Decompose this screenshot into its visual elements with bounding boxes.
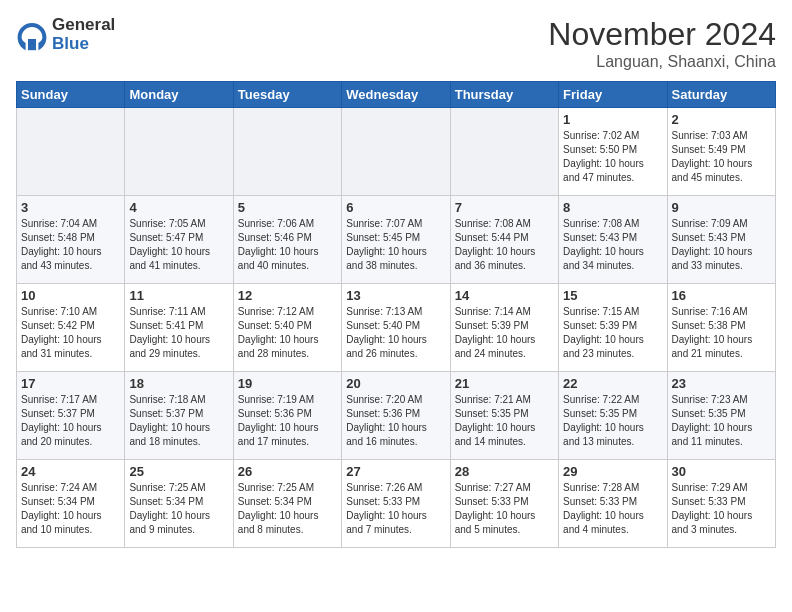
day-number: 18 <box>129 376 228 391</box>
day-number: 1 <box>563 112 662 127</box>
calendar-cell: 7Sunrise: 7:08 AM Sunset: 5:44 PM Daylig… <box>450 196 558 284</box>
day-info: Sunrise: 7:27 AM Sunset: 5:33 PM Dayligh… <box>455 481 554 537</box>
logo-general-text: General <box>52 16 115 35</box>
day-info: Sunrise: 7:10 AM Sunset: 5:42 PM Dayligh… <box>21 305 120 361</box>
day-info: Sunrise: 7:25 AM Sunset: 5:34 PM Dayligh… <box>129 481 228 537</box>
calendar-cell <box>342 108 450 196</box>
day-info: Sunrise: 7:20 AM Sunset: 5:36 PM Dayligh… <box>346 393 445 449</box>
day-info: Sunrise: 7:17 AM Sunset: 5:37 PM Dayligh… <box>21 393 120 449</box>
day-number: 29 <box>563 464 662 479</box>
day-number: 25 <box>129 464 228 479</box>
day-info: Sunrise: 7:03 AM Sunset: 5:49 PM Dayligh… <box>672 129 771 185</box>
calendar-week-row: 1Sunrise: 7:02 AM Sunset: 5:50 PM Daylig… <box>17 108 776 196</box>
day-number: 5 <box>238 200 337 215</box>
day-info: Sunrise: 7:15 AM Sunset: 5:39 PM Dayligh… <box>563 305 662 361</box>
day-number: 11 <box>129 288 228 303</box>
day-number: 12 <box>238 288 337 303</box>
day-number: 16 <box>672 288 771 303</box>
day-info: Sunrise: 7:18 AM Sunset: 5:37 PM Dayligh… <box>129 393 228 449</box>
calendar-cell: 21Sunrise: 7:21 AM Sunset: 5:35 PM Dayli… <box>450 372 558 460</box>
day-info: Sunrise: 7:07 AM Sunset: 5:45 PM Dayligh… <box>346 217 445 273</box>
calendar-cell: 25Sunrise: 7:25 AM Sunset: 5:34 PM Dayli… <box>125 460 233 548</box>
day-number: 28 <box>455 464 554 479</box>
weekday-header-thursday: Thursday <box>450 82 558 108</box>
calendar-table: SundayMondayTuesdayWednesdayThursdayFrid… <box>16 81 776 548</box>
day-number: 2 <box>672 112 771 127</box>
calendar-cell: 24Sunrise: 7:24 AM Sunset: 5:34 PM Dayli… <box>17 460 125 548</box>
calendar-cell: 6Sunrise: 7:07 AM Sunset: 5:45 PM Daylig… <box>342 196 450 284</box>
day-number: 30 <box>672 464 771 479</box>
day-number: 22 <box>563 376 662 391</box>
day-number: 27 <box>346 464 445 479</box>
calendar-cell <box>450 108 558 196</box>
calendar-cell: 19Sunrise: 7:19 AM Sunset: 5:36 PM Dayli… <box>233 372 341 460</box>
calendar-cell: 3Sunrise: 7:04 AM Sunset: 5:48 PM Daylig… <box>17 196 125 284</box>
calendar-week-row: 10Sunrise: 7:10 AM Sunset: 5:42 PM Dayli… <box>17 284 776 372</box>
weekday-header-monday: Monday <box>125 82 233 108</box>
calendar-cell: 10Sunrise: 7:10 AM Sunset: 5:42 PM Dayli… <box>17 284 125 372</box>
day-info: Sunrise: 7:28 AM Sunset: 5:33 PM Dayligh… <box>563 481 662 537</box>
day-info: Sunrise: 7:05 AM Sunset: 5:47 PM Dayligh… <box>129 217 228 273</box>
calendar-cell: 8Sunrise: 7:08 AM Sunset: 5:43 PM Daylig… <box>559 196 667 284</box>
calendar-cell <box>125 108 233 196</box>
calendar-cell: 14Sunrise: 7:14 AM Sunset: 5:39 PM Dayli… <box>450 284 558 372</box>
day-info: Sunrise: 7:16 AM Sunset: 5:38 PM Dayligh… <box>672 305 771 361</box>
day-info: Sunrise: 7:14 AM Sunset: 5:39 PM Dayligh… <box>455 305 554 361</box>
day-info: Sunrise: 7:09 AM Sunset: 5:43 PM Dayligh… <box>672 217 771 273</box>
page-header: General Blue November 2024 Languan, Shaa… <box>16 16 776 71</box>
day-info: Sunrise: 7:04 AM Sunset: 5:48 PM Dayligh… <box>21 217 120 273</box>
calendar-cell: 27Sunrise: 7:26 AM Sunset: 5:33 PM Dayli… <box>342 460 450 548</box>
day-info: Sunrise: 7:26 AM Sunset: 5:33 PM Dayligh… <box>346 481 445 537</box>
calendar-cell: 16Sunrise: 7:16 AM Sunset: 5:38 PM Dayli… <box>667 284 775 372</box>
day-info: Sunrise: 7:08 AM Sunset: 5:43 PM Dayligh… <box>563 217 662 273</box>
calendar-cell: 2Sunrise: 7:03 AM Sunset: 5:49 PM Daylig… <box>667 108 775 196</box>
weekday-header-sunday: Sunday <box>17 82 125 108</box>
day-info: Sunrise: 7:29 AM Sunset: 5:33 PM Dayligh… <box>672 481 771 537</box>
calendar-cell: 17Sunrise: 7:17 AM Sunset: 5:37 PM Dayli… <box>17 372 125 460</box>
logo-text: General Blue <box>52 16 115 53</box>
calendar-cell: 29Sunrise: 7:28 AM Sunset: 5:33 PM Dayli… <box>559 460 667 548</box>
calendar-cell: 30Sunrise: 7:29 AM Sunset: 5:33 PM Dayli… <box>667 460 775 548</box>
calendar-week-row: 24Sunrise: 7:24 AM Sunset: 5:34 PM Dayli… <box>17 460 776 548</box>
calendar-week-row: 3Sunrise: 7:04 AM Sunset: 5:48 PM Daylig… <box>17 196 776 284</box>
day-info: Sunrise: 7:22 AM Sunset: 5:35 PM Dayligh… <box>563 393 662 449</box>
calendar-cell: 1Sunrise: 7:02 AM Sunset: 5:50 PM Daylig… <box>559 108 667 196</box>
calendar-cell: 23Sunrise: 7:23 AM Sunset: 5:35 PM Dayli… <box>667 372 775 460</box>
day-number: 9 <box>672 200 771 215</box>
calendar-cell: 18Sunrise: 7:18 AM Sunset: 5:37 PM Dayli… <box>125 372 233 460</box>
day-number: 10 <box>21 288 120 303</box>
calendar-cell: 15Sunrise: 7:15 AM Sunset: 5:39 PM Dayli… <box>559 284 667 372</box>
day-info: Sunrise: 7:08 AM Sunset: 5:44 PM Dayligh… <box>455 217 554 273</box>
day-number: 26 <box>238 464 337 479</box>
calendar-cell: 11Sunrise: 7:11 AM Sunset: 5:41 PM Dayli… <box>125 284 233 372</box>
logo-icon <box>16 19 48 51</box>
day-info: Sunrise: 7:23 AM Sunset: 5:35 PM Dayligh… <box>672 393 771 449</box>
day-number: 24 <box>21 464 120 479</box>
day-number: 20 <box>346 376 445 391</box>
calendar-cell: 26Sunrise: 7:25 AM Sunset: 5:34 PM Dayli… <box>233 460 341 548</box>
day-number: 19 <box>238 376 337 391</box>
calendar-cell: 12Sunrise: 7:12 AM Sunset: 5:40 PM Dayli… <box>233 284 341 372</box>
calendar-cell: 28Sunrise: 7:27 AM Sunset: 5:33 PM Dayli… <box>450 460 558 548</box>
day-number: 3 <box>21 200 120 215</box>
calendar-cell <box>233 108 341 196</box>
title-block: November 2024 Languan, Shaanxi, China <box>548 16 776 71</box>
day-number: 8 <box>563 200 662 215</box>
logo: General Blue <box>16 16 115 53</box>
calendar-cell: 5Sunrise: 7:06 AM Sunset: 5:46 PM Daylig… <box>233 196 341 284</box>
day-number: 14 <box>455 288 554 303</box>
day-info: Sunrise: 7:06 AM Sunset: 5:46 PM Dayligh… <box>238 217 337 273</box>
logo-blue-text: Blue <box>52 35 115 54</box>
day-info: Sunrise: 7:11 AM Sunset: 5:41 PM Dayligh… <box>129 305 228 361</box>
day-info: Sunrise: 7:21 AM Sunset: 5:35 PM Dayligh… <box>455 393 554 449</box>
day-info: Sunrise: 7:24 AM Sunset: 5:34 PM Dayligh… <box>21 481 120 537</box>
location-title: Languan, Shaanxi, China <box>548 53 776 71</box>
day-info: Sunrise: 7:02 AM Sunset: 5:50 PM Dayligh… <box>563 129 662 185</box>
month-title: November 2024 <box>548 16 776 53</box>
day-number: 13 <box>346 288 445 303</box>
day-number: 17 <box>21 376 120 391</box>
day-number: 6 <box>346 200 445 215</box>
calendar-cell: 4Sunrise: 7:05 AM Sunset: 5:47 PM Daylig… <box>125 196 233 284</box>
day-info: Sunrise: 7:12 AM Sunset: 5:40 PM Dayligh… <box>238 305 337 361</box>
weekday-header-tuesday: Tuesday <box>233 82 341 108</box>
